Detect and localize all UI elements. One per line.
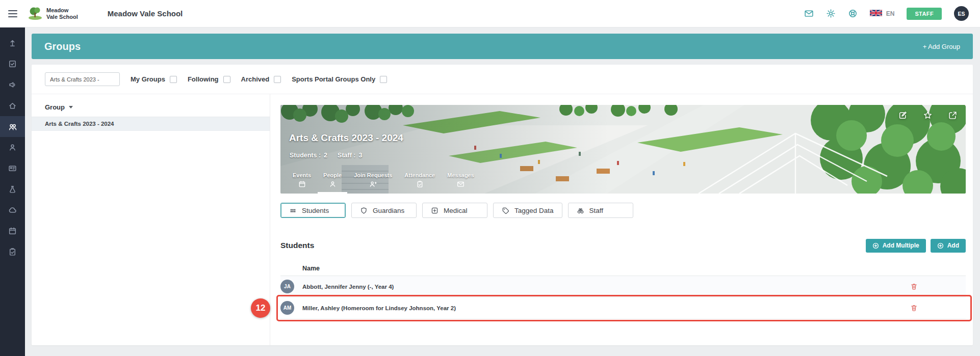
sort-caret-icon [69,106,73,108]
my-groups-checkbox[interactable] [170,76,177,83]
students-table: Name JA Abbott, Jennifer Jenny (-, Year … [280,261,966,319]
school-name-title: Meadow Vale School [108,9,183,18]
students-section-title: Students [280,241,314,250]
tab-join-requests[interactable]: Join Requests [348,170,398,194]
topbar: MeadowVale School Meadow Vale School EN … [0,0,980,28]
mail-icon[interactable] [804,9,814,18]
sidebar-item-profile[interactable] [0,137,25,158]
hamburger-menu-icon[interactable] [8,10,17,17]
sidebar-item-cloud[interactable] [0,200,25,221]
sidebar-item-clipboard[interactable] [0,241,25,262]
staff-button[interactable]: STAFF [907,8,942,20]
topbar-right: EN STAFF ES [804,6,969,21]
tab-messages[interactable]: Messages [442,170,480,194]
calendar-icon [298,180,306,188]
logo-line2: Vale School [46,14,78,20]
tab-events[interactable]: Events [287,170,317,194]
filter-archived[interactable]: Archived [241,75,281,83]
group-list-sort-header[interactable]: Group [32,103,270,117]
table-row-miller[interactable]: AM Miller, Ashley (Homeroom for Lindsey … [280,297,966,319]
tag-icon [502,207,509,214]
students-count-value: 2 [324,152,327,159]
people-subtabs: Students Guardians Medical [280,203,966,218]
avatar: AM [280,301,294,315]
sports-portal-checkbox[interactable] [380,76,387,83]
person-plus-icon [369,180,377,188]
sidebar-item-id-card[interactable] [0,158,25,179]
add-button[interactable]: Add [931,239,966,253]
tab-attendance[interactable]: Attendance [399,170,441,194]
filter-row: My Groups Following Archived Sports Port… [32,65,973,94]
group-title: Arts & Crafts 2023 - 2024 [289,132,403,144]
sidebar-item-tasks[interactable] [0,53,25,74]
calendar-icon [8,227,17,235]
add-group-button[interactable]: + Add Group [923,43,960,50]
group-nav-tabs: Events People Join Requests Attenda [287,170,480,194]
content-row: Group Arts & Crafts 2023 - 2024 [32,94,973,345]
group-search-input[interactable] [45,72,120,86]
language-selector[interactable]: EN [870,9,895,18]
edit-icon[interactable] [898,111,907,120]
sidebar-item-announcements[interactable] [0,74,25,95]
sidebar-item-home[interactable] [0,95,25,116]
settings-icon[interactable] [826,9,836,18]
students-section-head: Students Add Multiple Add [280,238,966,253]
profile-icon [8,143,17,152]
subtab-guardians[interactable]: Guardians [351,203,417,218]
group-column-label: Group [45,103,65,111]
main-area: Groups + Add Group My Groups Following A… [25,28,980,356]
filter-my-groups[interactable]: My Groups [131,75,177,83]
school-logo[interactable]: MeadowVale School [28,6,78,22]
trash-icon [910,304,918,312]
user-avatar[interactable]: ES [954,6,969,21]
announcements-icon [8,80,17,89]
person-icon [329,180,337,188]
star-icon[interactable] [923,111,932,120]
filter-sports-portal[interactable]: Sports Portal Groups Only [292,75,387,83]
groups-card: My Groups Following Archived Sports Port… [32,65,973,345]
staff-count-value: 3 [358,152,362,159]
filter-following[interactable]: Following [188,75,230,83]
group-list-item-selected[interactable]: Arts & Crafts 2023 - 2024 [32,117,270,131]
subtab-medical[interactable]: Medical [422,203,487,218]
page-title: Groups [44,41,81,52]
plus-circle-icon [937,242,944,249]
sidebar-item-flask[interactable] [0,179,25,200]
table-row-abbott[interactable]: JA Abbott, Jennifer Jenny (-, Year 4) [280,276,966,297]
cloud-icon [8,206,17,214]
groups-icon [8,122,17,131]
medical-icon [431,207,439,214]
subtab-tagged-data[interactable]: Tagged Data [493,203,562,218]
support-icon[interactable] [848,9,858,18]
subtab-staff[interactable]: Staff [568,203,633,218]
sidebar-item-level-up[interactable] [0,33,25,53]
student-name: Miller, Ashley (Homeroom for Lindsey Joh… [302,305,456,311]
external-link-icon[interactable] [948,111,957,120]
students-count-label: Students : [290,152,321,159]
uk-flag-icon [870,9,882,18]
clipboard-check-icon [416,180,424,188]
following-checkbox[interactable] [223,76,230,83]
delete-student-button[interactable] [909,303,919,313]
subtab-students[interactable]: Students [280,203,346,218]
add-multiple-button[interactable]: Add Multiple [866,239,926,253]
plus-circle-icon [872,242,879,249]
envelope-icon [457,180,465,188]
flask-icon [8,185,17,194]
group-hero-banner: Arts & Crafts 2023 - 2024 Students :2 St… [280,105,966,194]
grid-icon [289,207,297,214]
sidebar-item-calendar[interactable] [0,221,25,241]
tasks-icon [8,60,17,68]
avatar: JA [280,280,294,293]
group-counts: Students :2 Staff :3 [290,152,362,159]
language-label: EN [886,10,895,17]
delete-student-button[interactable] [909,282,919,291]
tab-people[interactable]: People [318,170,347,194]
name-column-header: Name [302,265,320,272]
sidebar-item-groups[interactable] [0,116,25,137]
annotation-step-badge: 12 [251,298,270,318]
archived-checkbox[interactable] [274,76,281,83]
shield-icon [360,207,368,214]
binoculars-icon [577,207,584,214]
level-up-icon [8,39,17,47]
